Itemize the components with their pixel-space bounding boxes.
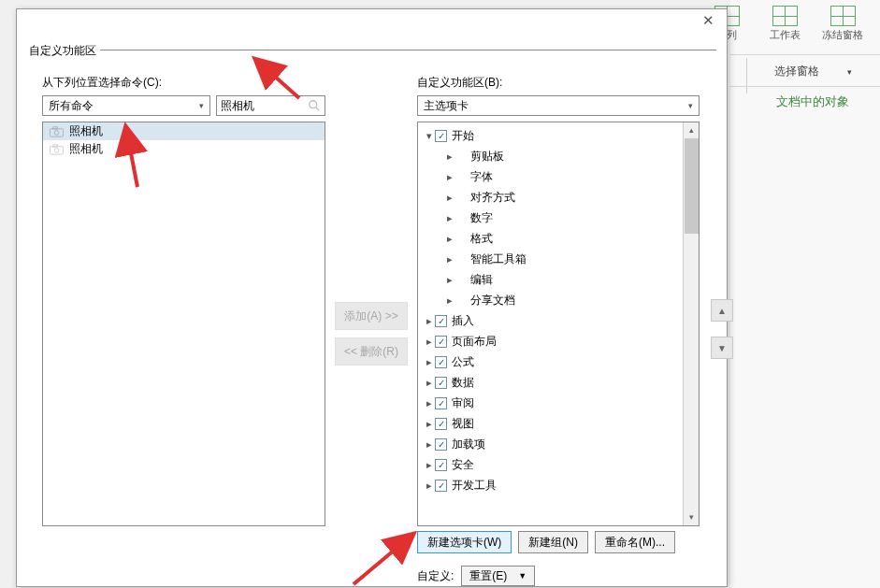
tree-row[interactable]: ▸✓视图 <box>418 413 699 434</box>
expand-icon[interactable]: ▸ <box>444 274 455 286</box>
toolbar-freeze-panes[interactable]: 冻结窗格 <box>822 6 863 42</box>
tree-label: 智能工具箱 <box>470 251 527 267</box>
tree-row[interactable]: ▸格式 <box>418 228 699 249</box>
tree-label: 数字 <box>470 210 493 226</box>
tree-label: 审阅 <box>452 395 474 411</box>
tree-row[interactable]: ▸✓插入 <box>418 310 699 331</box>
tree-label: 数据 <box>452 375 474 391</box>
customize-ribbon-dialog: ✕ 自定义功能区 从下列位置选择命令(C): 自定义功能区(B): 所有命令 ▾… <box>16 8 728 587</box>
search-icon <box>308 99 321 112</box>
list-item[interactable]: 照相机 <box>43 122 325 140</box>
tree-row[interactable]: ▸字体 <box>418 166 699 187</box>
search-input[interactable] <box>221 99 297 112</box>
tree-row[interactable]: ▸智能工具箱 <box>418 249 699 269</box>
expand-icon[interactable]: ▸ <box>444 253 455 265</box>
tree-row[interactable]: ▸分享文档 <box>418 290 699 310</box>
checkbox[interactable]: ✓ <box>435 418 447 430</box>
svg-point-0 <box>310 101 317 108</box>
grid-icon <box>772 6 798 26</box>
expand-icon[interactable]: ▸ <box>424 459 435 471</box>
tree-label: 视图 <box>452 416 474 432</box>
tree-row[interactable]: ▾✓开始 <box>418 125 699 146</box>
checkbox[interactable]: ✓ <box>435 397 447 409</box>
expand-icon[interactable]: ▸ <box>424 418 435 430</box>
commands-source-combo[interactable]: 所有命令 ▾ <box>42 95 210 116</box>
expand-icon[interactable]: ▸ <box>444 171 455 183</box>
expand-icon[interactable]: ▸ <box>424 336 435 348</box>
add-button: 添加(A) >> <box>335 302 408 330</box>
close-button[interactable]: ✕ <box>697 14 719 29</box>
scrollbar[interactable]: ▴ ▾ <box>683 122 699 525</box>
tree-row[interactable]: ▸✓数据 <box>418 372 699 393</box>
tree-row[interactable]: ▸✓公式 <box>418 351 699 372</box>
customize-ribbon-label: 自定义功能区(B): <box>417 75 502 91</box>
commands-list[interactable]: 照相机 照相机 <box>42 122 325 526</box>
choose-commands-label: 从下列位置选择命令(C): <box>42 75 162 91</box>
tree-row[interactable]: ▸✓安全 <box>418 454 699 475</box>
tree-row[interactable]: ▸编辑 <box>418 269 699 290</box>
svg-rect-2 <box>50 128 63 136</box>
svg-rect-5 <box>50 146 63 153</box>
collapse-icon[interactable]: ▾ <box>424 130 435 142</box>
scroll-down-icon[interactable]: ▾ <box>684 509 699 525</box>
expand-icon[interactable]: ▸ <box>444 233 455 245</box>
expand-icon[interactable]: ▸ <box>444 151 455 163</box>
svg-rect-3 <box>53 126 58 128</box>
tree-label: 页面布局 <box>452 334 497 350</box>
tree-label: 编辑 <box>470 272 493 288</box>
toolbar-worksheet[interactable]: 工作表 <box>764 6 805 42</box>
combo-value: 所有命令 <box>49 98 94 114</box>
expand-icon[interactable]: ▸ <box>424 356 435 368</box>
expand-icon[interactable]: ▸ <box>424 315 435 327</box>
checkbox[interactable]: ✓ <box>435 459 447 471</box>
tree-label: 格式 <box>470 231 493 247</box>
expand-icon[interactable]: ▸ <box>424 397 435 409</box>
expand-icon[interactable]: ▸ <box>424 480 435 492</box>
ribbon-tree[interactable]: ▾✓开始▸剪贴板▸字体▸对齐方式▸数字▸格式▸智能工具箱▸编辑▸分享文档▸✓插入… <box>417 122 700 526</box>
tree-label: 字体 <box>470 169 493 185</box>
expand-icon[interactable]: ▸ <box>424 377 435 389</box>
scroll-thumb[interactable] <box>685 138 699 234</box>
tree-label: 公式 <box>452 354 474 370</box>
toolbar-label: 冻结窗格 <box>822 29 863 40</box>
tree-row[interactable]: ▸✓页面布局 <box>418 331 699 351</box>
rename-button[interactable]: 重命名(M)... <box>595 531 675 553</box>
scroll-up-icon[interactable]: ▴ <box>684 122 699 138</box>
checkbox[interactable]: ✓ <box>435 356 447 368</box>
expand-icon[interactable]: ▸ <box>424 438 435 451</box>
tree-row[interactable]: ▸对齐方式 <box>418 187 699 208</box>
tree-row[interactable]: ▸剪贴板 <box>418 146 699 166</box>
doc-objects-link[interactable]: 文档中的对象 <box>776 93 849 110</box>
move-up-button[interactable]: ▲ <box>711 299 733 322</box>
new-tab-button[interactable]: 新建选项卡(W) <box>417 531 512 553</box>
new-group-button[interactable]: 新建组(N) <box>518 531 588 553</box>
move-down-button[interactable]: ▼ <box>711 337 733 359</box>
checkbox[interactable]: ✓ <box>435 315 447 327</box>
expand-icon[interactable]: ▸ <box>444 294 455 307</box>
checkbox[interactable]: ✓ <box>435 377 447 389</box>
toolbar-label: 工作表 <box>770 29 801 40</box>
checkbox[interactable]: ✓ <box>435 480 447 492</box>
ribbon-tabs-combo[interactable]: 主选项卡 ▾ <box>417 95 700 116</box>
tree-row[interactable]: ▸✓审阅 <box>418 393 699 413</box>
reset-dropdown[interactable]: 重置(E) ▼ <box>461 566 535 586</box>
checkbox[interactable]: ✓ <box>435 336 447 348</box>
checkbox[interactable]: ✓ <box>435 438 447 451</box>
select-pane-label: 选择窗格 <box>774 64 819 79</box>
svg-point-4 <box>54 130 59 135</box>
command-search-box[interactable] <box>216 95 325 116</box>
list-item[interactable]: 照相机 <box>43 140 325 158</box>
checkbox[interactable]: ✓ <box>435 130 447 142</box>
select-pane-dropdown[interactable]: 选择窗格 ▾ <box>774 64 852 79</box>
expand-icon[interactable]: ▸ <box>444 192 455 204</box>
camera-icon <box>50 126 64 137</box>
tree-label: 开发工具 <box>452 478 497 494</box>
reset-label: 重置(E) <box>469 568 507 584</box>
chevron-down-icon: ▾ <box>199 101 204 110</box>
expand-icon[interactable]: ▸ <box>444 212 455 224</box>
tree-label: 加载项 <box>452 437 485 452</box>
tree-row[interactable]: ▸数字 <box>418 208 699 228</box>
tree-row[interactable]: ▸✓加载项 <box>418 434 699 454</box>
tree-row[interactable]: ▸✓开发工具 <box>418 475 699 495</box>
list-item-label: 照相机 <box>69 123 103 139</box>
